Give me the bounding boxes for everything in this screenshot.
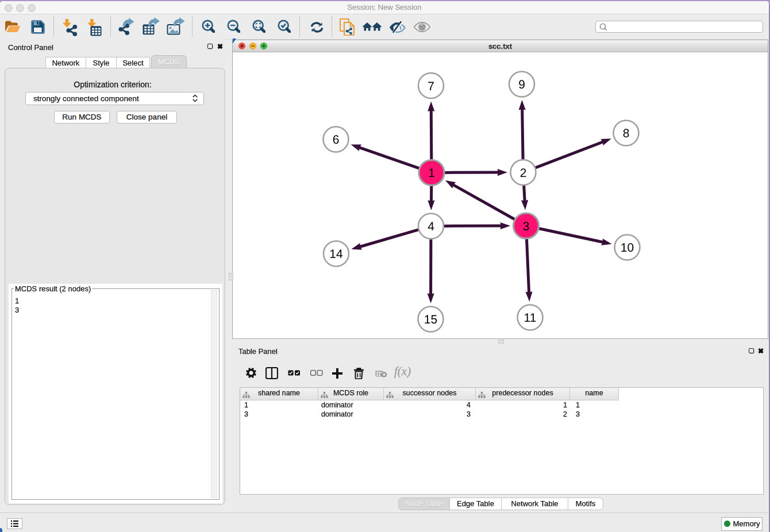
svg-text:15: 15	[424, 313, 437, 326]
svg-text:10: 10	[621, 241, 634, 255]
svg-text:9: 9	[518, 78, 525, 91]
svg-text:11: 11	[524, 311, 537, 325]
svg-text:2: 2	[520, 167, 527, 180]
svg-text:3: 3	[523, 220, 530, 233]
svg-text:8: 8	[623, 127, 630, 140]
svg-text:7: 7	[428, 80, 434, 93]
svg-text:1: 1	[428, 167, 435, 180]
svg-text:6: 6	[333, 133, 340, 147]
svg-text:14: 14	[329, 248, 343, 261]
svg-text:4: 4	[428, 220, 434, 233]
